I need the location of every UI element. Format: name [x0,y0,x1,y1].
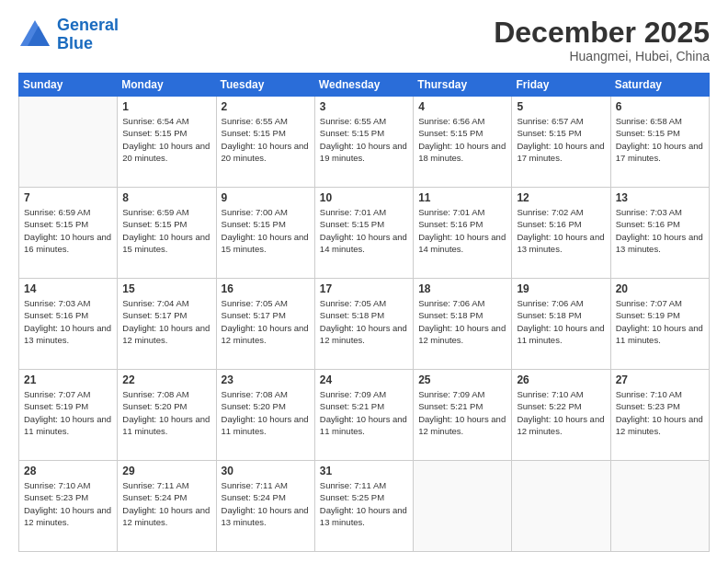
table-row: 12Sunrise: 7:02 AMSunset: 5:16 PMDayligh… [512,188,610,279]
cell-day-number: 2 [222,100,310,113]
cell-day-number: 12 [517,191,605,204]
table-row: 30Sunrise: 7:11 AMSunset: 5:24 PMDayligh… [216,461,314,552]
cell-sun-info: Sunrise: 7:06 AMSunset: 5:18 PMDaylight:… [517,297,605,346]
cell-sun-info: Sunrise: 6:55 AMSunset: 5:15 PMDaylight:… [222,115,310,164]
calendar-table: Sunday Monday Tuesday Wednesday Thursday… [18,73,710,552]
table-row: 5Sunrise: 6:57 AMSunset: 5:15 PMDaylight… [512,97,610,188]
table-row: 25Sunrise: 7:09 AMSunset: 5:21 PMDayligh… [414,370,512,461]
logo: General Blue [18,17,119,53]
cell-day-number: 17 [320,282,408,295]
table-row: 13Sunrise: 7:03 AMSunset: 5:16 PMDayligh… [610,188,709,279]
cell-sun-info: Sunrise: 7:03 AMSunset: 5:16 PMDaylight:… [24,297,112,346]
cell-sun-info: Sunrise: 6:57 AMSunset: 5:15 PMDaylight:… [517,115,605,164]
table-row: 15Sunrise: 7:04 AMSunset: 5:17 PMDayligh… [118,279,216,370]
month-title: December 2025 [494,17,710,49]
calendar-week-row: 21Sunrise: 7:07 AMSunset: 5:19 PMDayligh… [19,370,710,461]
table-row [19,97,118,188]
logo-icon [18,18,51,52]
cell-day-number: 30 [222,465,310,477]
cell-sun-info: Sunrise: 7:00 AMSunset: 5:15 PMDaylight:… [222,206,310,255]
table-row: 4Sunrise: 6:56 AMSunset: 5:15 PMDaylight… [414,97,512,188]
header-tuesday: Tuesday [216,74,314,97]
cell-sun-info: Sunrise: 7:08 AMSunset: 5:20 PMDaylight:… [122,388,210,437]
cell-sun-info: Sunrise: 7:07 AMSunset: 5:19 PMDaylight:… [616,297,704,346]
table-row: 6Sunrise: 6:58 AMSunset: 5:15 PMDaylight… [610,97,709,188]
cell-sun-info: Sunrise: 6:59 AMSunset: 5:15 PMDaylight:… [24,206,112,255]
cell-day-number: 26 [517,373,605,386]
logo-line2: Blue [57,34,93,52]
cell-sun-info: Sunrise: 7:09 AMSunset: 5:21 PMDaylight:… [320,388,408,437]
cell-sun-info: Sunrise: 7:04 AMSunset: 5:17 PMDaylight:… [122,297,210,346]
table-row: 26Sunrise: 7:10 AMSunset: 5:22 PMDayligh… [512,370,610,461]
cell-sun-info: Sunrise: 6:58 AMSunset: 5:15 PMDaylight:… [616,115,704,164]
cell-day-number: 20 [616,282,704,295]
table-row: 18Sunrise: 7:06 AMSunset: 5:18 PMDayligh… [414,279,512,370]
cell-sun-info: Sunrise: 6:55 AMSunset: 5:15 PMDaylight:… [320,115,408,164]
cell-day-number: 9 [222,191,310,204]
weekday-header-row: Sunday Monday Tuesday Wednesday Thursday… [19,74,710,97]
table-row: 2Sunrise: 6:55 AMSunset: 5:15 PMDaylight… [216,97,314,188]
location-subtitle: Huangmei, Hubei, China [494,49,710,63]
cell-day-number: 22 [122,373,210,386]
header-monday: Monday [118,74,216,97]
cell-day-number: 1 [122,100,210,113]
table-row: 1Sunrise: 6:54 AMSunset: 5:15 PMDaylight… [118,97,216,188]
cell-day-number: 11 [418,191,506,204]
cell-sun-info: Sunrise: 7:10 AMSunset: 5:22 PMDaylight:… [517,388,605,437]
cell-sun-info: Sunrise: 7:07 AMSunset: 5:19 PMDaylight:… [24,388,112,437]
cell-day-number: 3 [320,100,408,113]
table-row [512,461,610,552]
calendar-week-row: 14Sunrise: 7:03 AMSunset: 5:16 PMDayligh… [19,279,710,370]
table-row: 28Sunrise: 7:10 AMSunset: 5:23 PMDayligh… [19,461,118,552]
cell-day-number: 27 [616,373,704,386]
cell-day-number: 19 [517,282,605,295]
table-row: 27Sunrise: 7:10 AMSunset: 5:23 PMDayligh… [610,370,709,461]
cell-day-number: 23 [222,373,310,386]
cell-day-number: 15 [122,282,210,295]
table-row: 17Sunrise: 7:05 AMSunset: 5:18 PMDayligh… [314,279,413,370]
cell-sun-info: Sunrise: 7:03 AMSunset: 5:16 PMDaylight:… [616,206,704,255]
cell-day-number: 18 [418,282,506,295]
cell-sun-info: Sunrise: 7:11 AMSunset: 5:24 PMDaylight:… [122,479,210,528]
table-row: 14Sunrise: 7:03 AMSunset: 5:16 PMDayligh… [19,279,118,370]
cell-day-number: 31 [320,465,408,477]
calendar-week-row: 1Sunrise: 6:54 AMSunset: 5:15 PMDaylight… [19,97,710,188]
header: General Blue December 2025 Huangmei, Hub… [18,17,710,63]
logo-line1: General [57,16,119,34]
cell-day-number: 5 [517,100,605,113]
header-sunday: Sunday [19,74,118,97]
table-row: 16Sunrise: 7:05 AMSunset: 5:17 PMDayligh… [216,279,314,370]
calendar-week-row: 7Sunrise: 6:59 AMSunset: 5:15 PMDaylight… [19,188,710,279]
logo-text: General Blue [57,17,119,53]
cell-day-number: 28 [24,465,112,477]
cell-day-number: 29 [122,465,210,477]
header-thursday: Thursday [414,74,512,97]
cell-sun-info: Sunrise: 7:02 AMSunset: 5:16 PMDaylight:… [517,206,605,255]
cell-sun-info: Sunrise: 7:11 AMSunset: 5:25 PMDaylight:… [320,479,408,528]
cell-sun-info: Sunrise: 7:01 AMSunset: 5:16 PMDaylight:… [418,206,506,255]
cell-sun-info: Sunrise: 7:01 AMSunset: 5:15 PMDaylight:… [320,206,408,255]
cell-sun-info: Sunrise: 7:10 AMSunset: 5:23 PMDaylight:… [24,479,112,528]
table-row: 20Sunrise: 7:07 AMSunset: 5:19 PMDayligh… [610,279,709,370]
calendar-week-row: 28Sunrise: 7:10 AMSunset: 5:23 PMDayligh… [19,461,710,552]
cell-sun-info: Sunrise: 6:56 AMSunset: 5:15 PMDaylight:… [418,115,506,164]
table-row: 9Sunrise: 7:00 AMSunset: 5:15 PMDaylight… [216,188,314,279]
table-row [610,461,709,552]
header-friday: Friday [512,74,610,97]
table-row: 31Sunrise: 7:11 AMSunset: 5:25 PMDayligh… [314,461,413,552]
cell-sun-info: Sunrise: 7:08 AMSunset: 5:20 PMDaylight:… [222,388,310,437]
table-row: 10Sunrise: 7:01 AMSunset: 5:15 PMDayligh… [314,188,413,279]
cell-day-number: 8 [122,191,210,204]
table-row: 11Sunrise: 7:01 AMSunset: 5:16 PMDayligh… [414,188,512,279]
cell-day-number: 25 [418,373,506,386]
table-row: 22Sunrise: 7:08 AMSunset: 5:20 PMDayligh… [118,370,216,461]
table-row: 24Sunrise: 7:09 AMSunset: 5:21 PMDayligh… [314,370,413,461]
table-row: 19Sunrise: 7:06 AMSunset: 5:18 PMDayligh… [512,279,610,370]
cell-sun-info: Sunrise: 6:59 AMSunset: 5:15 PMDaylight:… [122,206,210,255]
cell-day-number: 10 [320,191,408,204]
header-saturday: Saturday [610,74,709,97]
cell-sun-info: Sunrise: 7:10 AMSunset: 5:23 PMDaylight:… [616,388,704,437]
cell-sun-info: Sunrise: 7:05 AMSunset: 5:18 PMDaylight:… [320,297,408,346]
cell-day-number: 21 [24,373,112,386]
cell-sun-info: Sunrise: 7:05 AMSunset: 5:17 PMDaylight:… [222,297,310,346]
